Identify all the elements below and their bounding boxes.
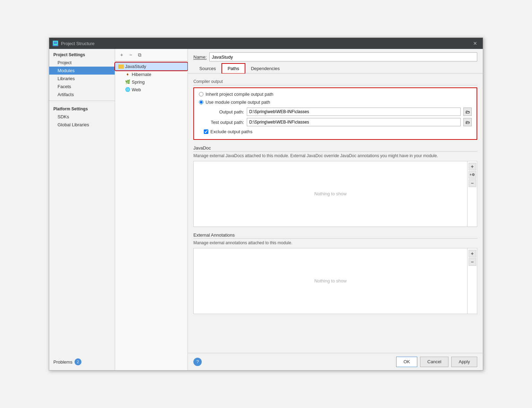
content-area: Compiler output Inherit project compile … — [188, 74, 483, 353]
module-panel: + − ⧉ JavaStudy ♦ Hibernate 🌿 Spring — [115, 49, 188, 370]
javadoc-list-area: Nothing to show + +⚙ − — [193, 161, 477, 227]
sidebar-item-global-libraries[interactable]: Global Libraries — [49, 121, 115, 129]
platform-settings-header: Platform Settings — [49, 103, 115, 113]
bottom-bar: ? OK Cancel Apply — [188, 353, 483, 370]
test-output-path-input[interactable] — [247, 118, 461, 126]
tree-item-spring[interactable]: 🌿 Spring — [115, 78, 187, 86]
test-output-path-row: Test output path: 🗁 — [199, 118, 472, 126]
name-row: Name: — [188, 49, 483, 63]
use-module-label[interactable]: Use module compile output path — [206, 100, 270, 105]
module-toolbar: + − ⧉ — [115, 49, 187, 61]
svg-rect-0 — [53, 41, 58, 44]
right-panel: Name: Sources Paths Dependencies Compile… — [188, 49, 483, 370]
output-path-label: Output path: — [199, 109, 244, 114]
app-icon — [53, 41, 58, 46]
close-button[interactable]: ✕ — [471, 40, 479, 47]
tab-paths[interactable]: Paths — [222, 63, 245, 74]
remove-module-button[interactable]: − — [127, 51, 134, 59]
tree-item-hibernate-label: Hibernate — [132, 72, 151, 77]
javadoc-description: Manage external JavaDocs attached to thi… — [193, 153, 477, 159]
external-annotations-title: External Annotations — [193, 232, 477, 239]
problems-label: Problems — [53, 359, 72, 365]
tree-item-web-label: Web — [132, 87, 141, 92]
javadoc-add-button[interactable]: + — [469, 163, 476, 170]
use-module-radio-row: Use module compile output path — [199, 100, 472, 105]
project-settings-header: Project Settings — [49, 49, 115, 59]
external-annotations-nothing-text: Nothing to show — [314, 278, 347, 283]
name-input[interactable] — [209, 52, 477, 61]
apply-button[interactable]: Apply — [451, 357, 477, 367]
javadoc-toolbar: + +⚙ − — [467, 161, 477, 227]
sidebar-item-project[interactable]: Project — [49, 59, 115, 67]
sidebar-item-facets[interactable]: Facets — [49, 83, 115, 91]
module-folder-icon — [118, 65, 124, 69]
add-module-button[interactable]: + — [118, 51, 125, 59]
copy-module-button[interactable]: ⧉ — [136, 51, 143, 59]
problems-row[interactable]: Problems 2 — [49, 357, 115, 367]
external-annotations-list-area: Nothing to show + − — [193, 248, 477, 314]
title-bar: Project Structure ✕ — [49, 38, 483, 49]
tree-item-spring-label: Spring — [132, 79, 145, 85]
exclude-checkbox-row: Exclude output paths — [199, 129, 472, 134]
external-annotations-list-content: Nothing to show — [194, 248, 467, 314]
ok-button[interactable]: OK — [396, 357, 417, 367]
compiler-output-box: Inherit project compile output path Use … — [193, 87, 477, 140]
output-path-row: Output path: 🗁 — [199, 108, 472, 116]
hibernate-icon: ♦ — [125, 71, 130, 77]
javadoc-title: JavaDoc — [193, 145, 477, 152]
external-annotations-add-button[interactable]: + — [469, 250, 476, 257]
tab-sources[interactable]: Sources — [193, 63, 222, 74]
javadoc-list-content: Nothing to show — [194, 161, 467, 227]
javadoc-section: JavaDoc Manage external JavaDocs attache… — [193, 145, 477, 227]
external-annotations-toolbar: + − — [467, 248, 477, 314]
tree-item-javastudy-label: JavaStudy — [125, 64, 146, 69]
test-output-path-folder-button[interactable]: 🗁 — [463, 118, 472, 126]
javadoc-nothing-text: Nothing to show — [314, 191, 347, 196]
sidebar-item-libraries[interactable]: Libraries — [49, 75, 115, 83]
sidebar-item-modules[interactable]: Modules — [49, 67, 115, 75]
problems-badge: 2 — [75, 358, 81, 365]
javadoc-add-with-icon-button[interactable]: +⚙ — [469, 171, 476, 179]
web-icon: 🌐 — [125, 87, 130, 92]
spring-icon: 🌿 — [125, 79, 130, 85]
exclude-checkbox[interactable] — [204, 129, 208, 134]
svg-rect-1 — [54, 44, 57, 45]
output-path-input[interactable] — [247, 108, 461, 116]
tree-item-javastudy[interactable]: JavaStudy — [115, 62, 187, 70]
inherit-radio[interactable] — [199, 92, 203, 96]
sidebar: Project Settings Project Modules Librari… — [49, 49, 115, 370]
javadoc-remove-button[interactable]: − — [469, 179, 476, 187]
cancel-button[interactable]: Cancel — [420, 357, 448, 367]
module-tree: JavaStudy ♦ Hibernate 🌿 Spring 🌐 Web — [115, 61, 187, 370]
external-annotations-section: External Annotations Manage external ann… — [193, 232, 477, 314]
dialog-title: Project Structure — [61, 41, 95, 46]
exclude-label[interactable]: Exclude output paths — [210, 129, 252, 134]
test-output-path-label: Test output path: — [199, 120, 244, 125]
divider — [49, 101, 115, 101]
compiler-output-title: Compiler output — [193, 79, 477, 85]
tab-dependencies[interactable]: Dependencies — [245, 63, 286, 74]
sidebar-item-artifacts[interactable]: Artifacts — [49, 91, 115, 99]
tree-item-hibernate[interactable]: ♦ Hibernate — [115, 70, 187, 78]
inherit-label[interactable]: Inherit project compile output path — [206, 92, 273, 97]
external-annotations-remove-button[interactable]: − — [469, 258, 476, 266]
use-module-radio[interactable] — [199, 100, 203, 104]
sidebar-item-sdks[interactable]: SDKs — [49, 113, 115, 121]
external-annotations-description: Manage external annotations attached to … — [193, 240, 477, 246]
tabs-row: Sources Paths Dependencies — [188, 63, 483, 74]
inherit-radio-row: Inherit project compile output path — [199, 92, 472, 97]
tree-item-web[interactable]: 🌐 Web — [115, 86, 187, 93]
name-label: Name: — [193, 54, 207, 60]
help-button[interactable]: ? — [193, 358, 202, 366]
output-path-folder-button[interactable]: 🗁 — [463, 108, 472, 116]
